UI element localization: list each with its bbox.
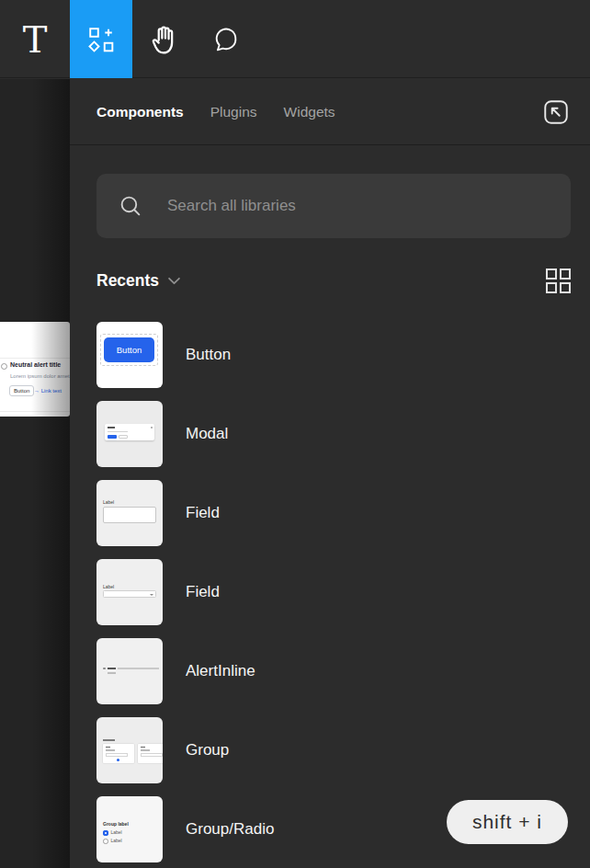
search-icon <box>119 194 143 219</box>
search-bar[interactable] <box>96 174 571 238</box>
mini-field-label: Label <box>103 499 114 505</box>
mini-modal-preview <box>105 424 154 440</box>
comment-tool-button[interactable] <box>195 0 257 78</box>
component-list-item[interactable]: Label Field <box>96 480 571 546</box>
component-list-item[interactable]: Button Button <box>96 322 571 388</box>
radio-selected-icon <box>103 830 108 836</box>
component-label: Field <box>186 504 220 522</box>
tab-widgets[interactable]: Widgets <box>284 104 335 120</box>
component-label: Field <box>186 583 220 601</box>
panel-content: Recents Button Button <box>70 145 590 862</box>
mini-select-preview <box>103 590 156 598</box>
component-list-item[interactable]: AlertInline <box>96 638 571 704</box>
text-tool-button[interactable]: T <box>0 0 70 78</box>
thumbnail-button: Button <box>96 322 163 388</box>
hand-tool-button[interactable] <box>132 0 195 78</box>
mini-radio-group-label: Group label <box>103 821 129 827</box>
components-icon <box>87 26 115 53</box>
canvas[interactable]: Neutral alert title Lorem ipsum dolor am… <box>0 79 70 868</box>
section-header: Recents <box>96 268 571 293</box>
alert-button: Button <box>9 385 34 396</box>
panel-shadow <box>0 79 70 868</box>
radio-unselected-icon <box>103 839 108 844</box>
component-label: Button <box>186 346 231 364</box>
mini-alert-preview <box>103 668 159 669</box>
mini-button-preview: Button <box>104 337 154 362</box>
mini-field-label: Label <box>103 584 114 589</box>
text-tool-icon: T <box>23 21 48 58</box>
component-label: AlertInline <box>186 662 255 680</box>
alert-title: Neutral alert title <box>10 361 61 368</box>
toolbar: T <box>0 0 590 78</box>
divider <box>0 411 70 412</box>
divider <box>0 358 70 359</box>
thumbnail-group-radio: Group label Label Label <box>96 796 163 862</box>
arrow-up-left-icon <box>541 97 571 127</box>
tab-components[interactable]: Components <box>96 104 184 120</box>
thumbnail-field-input: Label <box>96 480 163 546</box>
component-label: Group <box>186 741 229 760</box>
component-label: Modal <box>186 425 228 443</box>
grid-view-button[interactable] <box>546 268 571 293</box>
canvas-alert-card: Neutral alert title Lorem ipsum dolor am… <box>0 322 70 417</box>
search-input[interactable] <box>165 196 549 216</box>
mini-group-label <box>103 739 115 741</box>
component-list-item[interactable]: Modal <box>96 401 571 467</box>
alert-link: → Link text <box>34 388 62 394</box>
thumbnail-field-select: Label <box>96 559 163 625</box>
shortcut-badge: shift + i <box>447 800 568 844</box>
components-list: Button Button Modal Label Field Label Fi… <box>96 322 571 862</box>
components-panel: Components Plugins Widgets <box>70 79 590 868</box>
chevron-down-icon <box>168 277 180 285</box>
main-area: Neutral alert title Lorem ipsum dolor am… <box>0 79 590 868</box>
component-label: Group/Radio <box>186 820 274 839</box>
recents-dropdown[interactable]: Recents <box>96 271 180 291</box>
thumbnail-alert-inline <box>96 638 163 704</box>
panel-tabbar: Components Plugins Widgets <box>70 79 590 145</box>
component-list-item[interactable]: Label Field <box>96 559 571 625</box>
popout-button[interactable] <box>541 97 571 127</box>
component-list-item[interactable]: Group <box>96 717 571 783</box>
components-tool-button[interactable] <box>70 0 132 78</box>
figma-app: T Neutral alert title <box>0 0 590 868</box>
alert-body: Lorem ipsum dolor amet consec <box>10 373 70 379</box>
section-title: Recents <box>96 271 159 291</box>
grid-icon <box>546 268 571 293</box>
hand-icon <box>147 23 180 56</box>
thumbnail-modal <box>96 401 163 467</box>
mini-input-preview <box>103 507 156 523</box>
info-icon <box>1 363 7 370</box>
mini-group-preview <box>103 744 163 763</box>
comment-icon <box>211 25 241 54</box>
tab-plugins[interactable]: Plugins <box>210 104 257 120</box>
thumbnail-group <box>96 717 163 783</box>
